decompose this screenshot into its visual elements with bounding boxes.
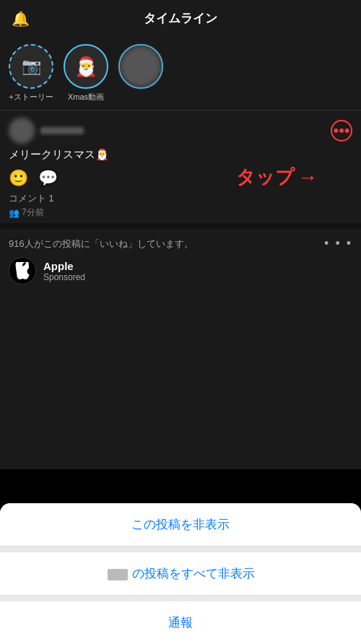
story-avatar-add: 📷 [11,46,51,87]
ad-account-info: Apple Sponsored [43,260,85,282]
hide-post-label: この投稿を非表示 [131,518,230,531]
page-title: タイムライン [144,10,217,27]
post-content: メリークリスマス🎅 [9,148,352,162]
ad-sponsored-label: Sponsored [43,272,85,282]
post-username [40,127,84,134]
app-screen: 🔔 タイムライン 📷 +ストーリー 🎅 Xmas動画 [0,0,361,469]
story-item-add[interactable]: 📷 +ストーリー [9,44,53,103]
like-icon[interactable]: 🙂 [9,169,28,188]
hide-all-posts-label: の投稿をすべて非表示 [106,567,256,580]
story-item-user3[interactable] [118,44,163,92]
time-text: 7分前 [22,206,44,219]
stories-row: 📷 +ストーリー 🎅 Xmas動画 [0,37,361,110]
apple-logo [9,257,36,284]
post-user [9,118,84,144]
hide-post-button[interactable]: この投稿を非表示 [0,503,361,547]
header: 🔔 タイムライン [0,0,361,37]
ad-section: 916人がこの投稿に「いいね」しています。 • • • Apple Sponso… [0,223,361,292]
post-avatar [9,118,35,144]
story-label-add: +ストーリー [9,92,53,103]
ad-account-name: Apple [43,260,85,272]
story-label-xmas: Xmas動画 [68,92,104,103]
black-bottom: この投稿を非表示 の投稿をすべて非表示 通報 [0,469,361,644]
tap-text: タップ [236,165,295,190]
hide-all-posts-button[interactable]: の投稿をすべて非表示 [0,552,361,596]
story-avatar-xmas: 🎅 [66,46,106,87]
bell-icon[interactable]: 🔔 [12,10,30,27]
ad-header-row: 916人がこの投稿に「いいね」しています。 • • • [9,236,352,251]
tap-arrow: → [297,166,318,189]
post-comments: コメント 1 [9,192,352,205]
tap-annotation: タップ → [236,165,318,190]
story-ring-add: 📷 [9,44,53,89]
story-ring-user3 [118,44,163,89]
comment-icon[interactable]: 💬 [38,169,58,188]
blurred-username [108,569,128,580]
ad-post-user: Apple Sponsored [9,257,352,284]
more-options-button[interactable]: ••• [331,120,352,142]
time-icon: 👥 [9,208,19,218]
post-header: ••• [9,118,352,144]
hide-all-suffix: の投稿をすべて非表示 [132,567,255,580]
story-avatar-user3 [121,46,161,87]
camera-icon: 📷 [22,57,41,76]
sheet-divider [0,547,361,552]
story-item-xmas[interactable]: 🎅 Xmas動画 [64,44,108,103]
post-time: 👥 7分前 [9,206,352,219]
ad-likes-text: 916人がこの投稿に「いいね」しています。 [9,238,193,251]
post-area: ••• タップ → メリークリスマス🎅 🙂 💬 コメント 1 👥 7分前 [0,110,361,223]
bottom-sheet: この投稿を非表示 の投稿をすべて非表示 通報 [0,503,361,644]
ad-more-dots[interactable]: • • • [324,236,352,251]
report-label: 通報 [168,616,193,630]
report-button[interactable]: 通報 [0,601,361,644]
sheet-divider-2 [0,596,361,601]
story-ring-xmas: 🎅 [64,44,108,89]
apple-logo-svg [14,262,31,279]
